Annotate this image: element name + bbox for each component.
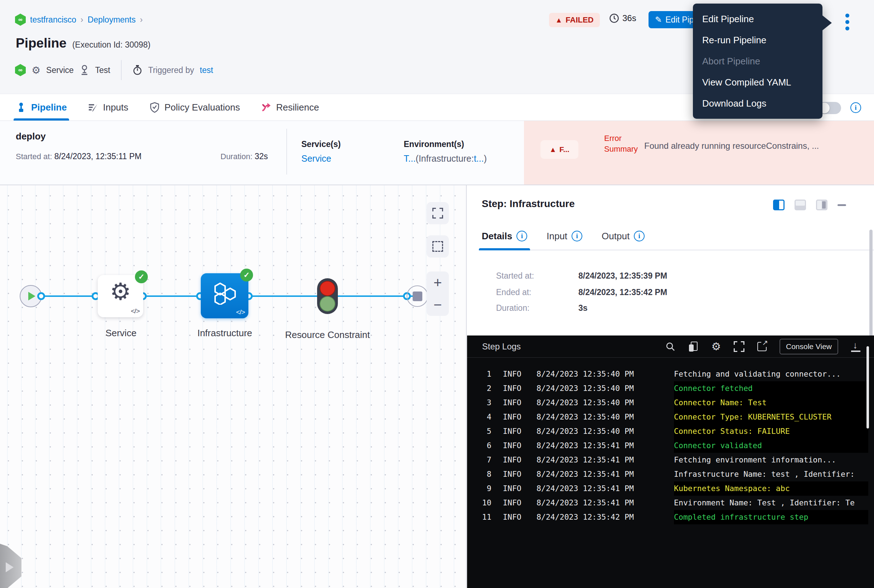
- minimize-panel-icon[interactable]: [838, 204, 846, 206]
- log-line: 11INFO 8/24/2023 12:35:42 PM Completed i…: [467, 510, 874, 524]
- log-copy-icon[interactable]: [688, 341, 699, 352]
- collapsed-panel-handle[interactable]: [0, 542, 21, 588]
- triggered-by-label: Triggered by: [148, 66, 194, 75]
- menu-item-rerun-pipeline[interactable]: Re-run Pipeline: [693, 30, 823, 51]
- triggered-by-user-link[interactable]: test: [200, 66, 213, 75]
- graph-node-service[interactable]: ⚙ ✓ </>: [98, 275, 143, 317]
- error-summary-zone: ▲ F... Error Summary Found already runni…: [524, 121, 874, 184]
- layout-split-view-icon[interactable]: [773, 200, 785, 210]
- canvas-fullscreen-button[interactable]: [427, 202, 449, 224]
- info-icon[interactable]: i: [516, 231, 527, 242]
- play-icon: [28, 292, 35, 300]
- policy-shield-icon: [149, 102, 160, 112]
- detail-row-ended: Ended at:8/24/2023, 12:35:42 PM: [496, 288, 531, 297]
- menu-item-view-compiled-yaml[interactable]: View Compiled YAML: [693, 72, 823, 93]
- zoom-out-button[interactable]: −: [433, 298, 442, 312]
- menu-item-abort-pipeline[interactable]: Abort Pipeline: [693, 51, 823, 72]
- service-name: Service: [46, 66, 74, 75]
- service-link[interactable]: Service: [301, 153, 341, 164]
- node-label-resource-constraint: Resource Constraint: [284, 328, 370, 342]
- log-line: 1INFO 8/24/2023 12:35:40 PM Fetching and…: [467, 367, 874, 381]
- tab-inputs[interactable]: Inputs: [88, 94, 128, 120]
- console-view-button[interactable]: Console View: [779, 339, 838, 354]
- edge-port: [37, 292, 45, 300]
- pipeline-actions-menu: Edit Pipeline Re-run Pipeline Abort Pipe…: [693, 4, 823, 119]
- log-fullscreen-icon[interactable]: [734, 341, 745, 352]
- stopwatch-icon: [132, 65, 143, 75]
- menu-arrow: [821, 14, 840, 32]
- stage-summary-bar: deploy Started at: 8/24/2023, 12:35:11 P…: [0, 121, 874, 184]
- panel-tab-output[interactable]: Outputi: [602, 222, 645, 250]
- step-logs-console: Step Logs ⚙ Console View 1INFO 8/24/2023…: [467, 336, 874, 588]
- log-line: 5INFO 8/24/2023 12:35:40 PM Connector St…: [467, 424, 874, 438]
- canvas-select-button[interactable]: [427, 236, 449, 258]
- log-line: 9INFO 8/24/2023 12:35:41 PM Kubernetes N…: [467, 482, 874, 496]
- execution-id: (Execution Id: 30098): [72, 40, 151, 50]
- services-label: Service(s): [301, 140, 341, 149]
- clock-icon: [609, 13, 619, 23]
- success-check-icon: ✓: [240, 268, 253, 282]
- page-title: Pipeline: [16, 36, 66, 51]
- graph-node-resource-constraint[interactable]: [317, 278, 338, 314]
- layout-bottom-view-icon[interactable]: [794, 200, 806, 210]
- stage-name: deploy: [16, 131, 46, 142]
- log-settings-gear-icon[interactable]: ⚙: [711, 341, 722, 352]
- step-logs-title: Step Logs: [482, 342, 521, 352]
- log-download-icon[interactable]: [850, 341, 861, 352]
- marquee-select-icon: [432, 241, 443, 252]
- harness-logo-icon: ∞: [15, 64, 26, 76]
- error-summary-text: Found already running resourceConstrains…: [644, 141, 870, 151]
- warning-triangle-icon: ▲: [555, 16, 562, 24]
- traffic-light-green-icon: [320, 296, 335, 312]
- info-icon[interactable]: i: [572, 231, 582, 242]
- log-search-icon[interactable]: [665, 341, 676, 352]
- info-icon[interactable]: i: [850, 102, 861, 113]
- pipeline-icon: [16, 102, 27, 112]
- log-line: 8INFO 8/24/2023 12:35:41 PM Infrastructu…: [467, 467, 874, 482]
- log-open-external-icon[interactable]: [757, 341, 767, 352]
- warning-triangle-icon: ▲: [549, 146, 557, 154]
- error-status-badge: ▲ F...: [540, 140, 578, 159]
- node-label-service: Service: [85, 328, 157, 339]
- infrastructure-hexagons-icon: [212, 282, 237, 305]
- log-line: 7INFO 8/24/2023 12:35:41 PM Fetching env…: [467, 453, 874, 467]
- log-lines-area[interactable]: 1INFO 8/24/2023 12:35:40 PM Fetching and…: [467, 358, 874, 588]
- divider: [121, 60, 122, 80]
- layout-right-view-icon[interactable]: [816, 200, 827, 210]
- elapsed-time: 36s: [609, 13, 636, 23]
- menu-item-download-logs[interactable]: Download Logs: [693, 93, 823, 114]
- code-glyph: </>: [236, 308, 245, 316]
- panel-tab-details[interactable]: Detailsi: [482, 222, 527, 250]
- environment-value[interactable]: T...(Infrastructure:t...): [404, 153, 487, 164]
- pencil-icon: ✎: [655, 15, 662, 25]
- service-gear-icon: ⚙: [98, 278, 143, 306]
- tab-resilience[interactable]: Resilience: [261, 94, 319, 120]
- stop-square-icon: [413, 291, 422, 301]
- resilience-chaos-icon: [261, 102, 272, 112]
- log-line: 2INFO 8/24/2023 12:35:40 PM Connector fe…: [467, 381, 874, 396]
- graph-node-infrastructure[interactable]: ✓ </>: [201, 273, 248, 318]
- detail-row-started: Started at:8/24/2023, 12:35:39 PM: [496, 271, 534, 281]
- console-scrollbar[interactable]: [866, 346, 869, 429]
- tab-policy-evaluations[interactable]: Policy Evaluations: [149, 94, 240, 120]
- pipeline-graph-canvas[interactable]: ⚙ ✓ </> Service ✓ </> Infrastructure Res…: [0, 184, 466, 588]
- step-panel-title: Step: Infrastructure: [482, 198, 575, 210]
- menu-item-edit-pipeline[interactable]: Edit Pipeline: [693, 9, 823, 30]
- detail-row-duration: Duration:3s: [496, 303, 530, 313]
- expand-arrow-icon: [6, 562, 14, 572]
- log-line: 4INFO 8/24/2023 12:35:40 PM Connector Ty…: [467, 410, 874, 424]
- zoom-in-button[interactable]: +: [433, 275, 442, 290]
- environments-label: Environment(s): [404, 140, 487, 149]
- end-node: [406, 285, 428, 307]
- log-line: 6INFO 8/24/2023 12:35:41 PM Connector va…: [467, 438, 874, 453]
- success-check-icon: ✓: [135, 270, 148, 283]
- stage-duration: Duration: 32s: [220, 152, 268, 161]
- panel-tab-input[interactable]: Inputi: [546, 222, 582, 250]
- log-line: 3INFO 8/24/2023 12:35:40 PM Connector Na…: [467, 396, 874, 410]
- more-options-kebab-icon[interactable]: [841, 12, 853, 32]
- step-details-panel: Step: Infrastructure Detailsi Inputi Out…: [466, 184, 874, 588]
- tab-pipeline[interactable]: Pipeline: [16, 94, 67, 120]
- info-icon[interactable]: i: [634, 231, 645, 242]
- code-glyph: </>: [131, 307, 140, 315]
- environment-name: Test: [95, 66, 110, 75]
